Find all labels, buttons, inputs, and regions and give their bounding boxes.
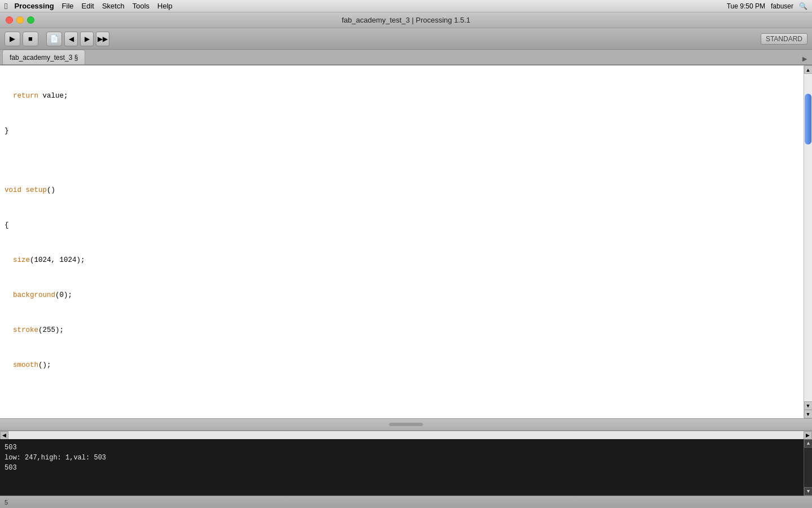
next-button[interactable]: ▶ xyxy=(80,32,94,46)
code-line: size(1024, 1024); xyxy=(0,254,804,267)
code-line: void setup() xyxy=(0,184,804,197)
code-line xyxy=(0,160,804,162)
new-icon: 📄 xyxy=(50,34,59,43)
console-line-1: 503 xyxy=(5,443,807,453)
maximize-button[interactable] xyxy=(27,16,34,24)
tab-arrow[interactable]: ► xyxy=(801,54,809,64)
close-button[interactable] xyxy=(6,16,13,24)
bottom-divider xyxy=(0,418,812,431)
menu-edit[interactable]: Edit xyxy=(82,2,94,10)
editor-area: return value; } void setup() { size(1024… xyxy=(0,65,812,418)
scroll-up-arrow[interactable]: ▲ xyxy=(804,65,813,74)
vertical-scrollbar[interactable]: ▲ ▼ ▼ xyxy=(804,65,812,418)
scroll-down-arrow[interactable]: ▼ xyxy=(804,401,813,410)
scroll-bottom-corner: ▼ xyxy=(804,410,813,418)
time-display: Tue 9:50 PM xyxy=(727,2,765,10)
menu-help[interactable]: Help xyxy=(157,2,173,10)
prev-button[interactable]: ◀ xyxy=(64,32,78,46)
new-button[interactable]: 📄 xyxy=(46,32,62,46)
run-button[interactable]: ▶ xyxy=(5,32,20,46)
code-line: { xyxy=(0,219,804,232)
apple-menu[interactable]:  xyxy=(5,1,7,11)
horizontal-scrollbar[interactable]: ◀ ▶ xyxy=(0,431,812,439)
menu-tools[interactable]: Tools xyxy=(133,2,149,10)
status-text: 5 xyxy=(5,499,8,506)
minimize-button[interactable] xyxy=(16,16,24,24)
scroll-track-h xyxy=(8,431,804,440)
export-button[interactable]: ▶▶ xyxy=(96,32,109,46)
code-line: background(0); xyxy=(0,289,804,302)
scroll-thumb-v[interactable] xyxy=(805,94,811,144)
console-output: 503 low: 247,high: 1,val: 503 503 ▲ ▼ xyxy=(0,439,812,496)
tab-label: fab_academy_test_3 § xyxy=(10,54,78,62)
title-bar: fab_academy_test_3 | Processing 1.5.1 xyxy=(0,12,812,28)
window-controls xyxy=(6,16,34,24)
divider-handle[interactable] xyxy=(389,423,423,426)
menubar-right: Tue 9:50 PM fabuser 🔍 xyxy=(727,2,807,10)
status-bar: 5 xyxy=(0,496,812,508)
menu-bar:  Processing File Edit Sketch Tools Help… xyxy=(0,0,812,12)
code-line: stroke(255); xyxy=(0,324,804,337)
console-scroll-down[interactable]: ▼ xyxy=(804,487,812,496)
code-line: return value; xyxy=(0,90,804,103)
code-line: smooth(); xyxy=(0,359,804,372)
scroll-right-arrow[interactable]: ▶ xyxy=(804,431,812,440)
console-scroll-up[interactable]: ▲ xyxy=(804,439,812,448)
tab-bar: fab_academy_test_3 § ► xyxy=(0,50,812,65)
menu-processing[interactable]: Processing xyxy=(14,2,54,10)
code-editor[interactable]: return value; } void setup() { size(1024… xyxy=(0,65,804,418)
console-line-2: low: 247,high: 1,val: 503 xyxy=(5,453,807,463)
code-line: } xyxy=(0,125,804,138)
console-line-3: 503 xyxy=(5,463,807,473)
stop-button[interactable]: ■ xyxy=(23,32,38,46)
search-icon[interactable]: 🔍 xyxy=(799,2,807,10)
next-icon: ▶ xyxy=(85,35,90,43)
run-icon: ▶ xyxy=(10,34,15,43)
window-title: fab_academy_test_3 | Processing 1.5.1 xyxy=(342,16,470,24)
menu-sketch[interactable]: Sketch xyxy=(102,2,125,10)
scroll-track-v xyxy=(804,74,813,401)
stop-icon: ■ xyxy=(28,34,33,43)
prev-icon: ◀ xyxy=(69,35,74,43)
menu-file[interactable]: File xyxy=(62,2,74,10)
export-icon: ▶▶ xyxy=(98,35,108,43)
scroll-left-arrow[interactable]: ◀ xyxy=(0,431,8,440)
mode-label: STANDARD xyxy=(761,33,807,45)
tab-main[interactable]: fab_academy_test_3 § xyxy=(2,50,85,64)
console-scroll-track xyxy=(804,448,812,487)
toolbar: ▶ ■ 📄 ◀ ▶ ▶▶ STANDARD xyxy=(0,28,812,50)
user-display: fabuser xyxy=(771,2,793,10)
console-scrollbar[interactable]: ▲ ▼ xyxy=(804,439,812,496)
code-line xyxy=(0,395,804,397)
